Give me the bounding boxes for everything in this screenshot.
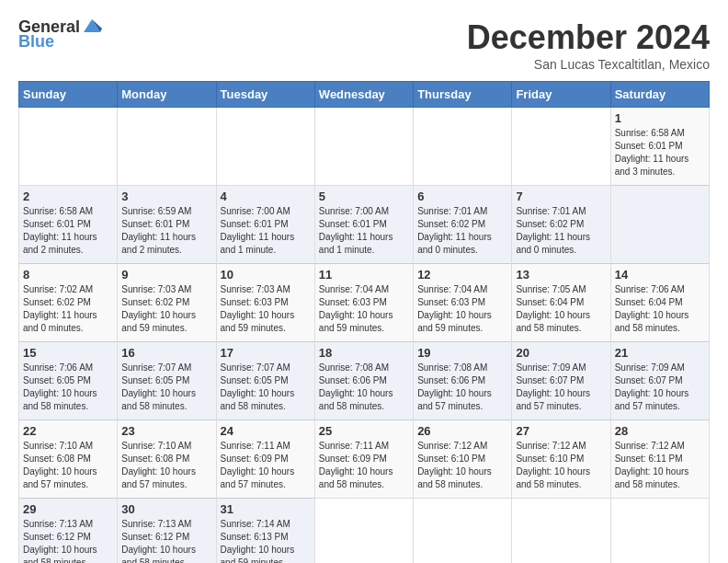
column-header-monday: Monday [118,82,216,108]
calendar-cell: 26Sunrise: 7:12 AMSunset: 6:10 PMDayligh… [414,420,512,499]
logo: General Blue [18,18,102,52]
calendar-week-row: 15Sunrise: 7:06 AMSunset: 6:05 PMDayligh… [19,342,710,420]
location: San Lucas Texcaltitlan, Mexico [467,57,710,72]
empty-cell [414,108,512,186]
calendar-cell: 3Sunrise: 6:59 AMSunset: 6:01 PMDaylight… [118,186,216,264]
calendar-cell: 23Sunrise: 7:10 AMSunset: 6:08 PMDayligh… [118,420,216,499]
calendar-cell: 30Sunrise: 7:13 AMSunset: 6:12 PMDayligh… [118,499,216,564]
page-header: General Blue December 2024 San Lucas Tex… [18,18,710,72]
column-header-sunday: Sunday [19,82,118,108]
calendar-cell: 11Sunrise: 7:04 AMSunset: 6:03 PMDayligh… [314,264,413,342]
calendar-cell: 27Sunrise: 7:12 AMSunset: 6:10 PMDayligh… [512,420,610,499]
calendar-cell: 12Sunrise: 7:04 AMSunset: 6:03 PMDayligh… [414,264,512,342]
calendar-cell: 28Sunrise: 7:12 AMSunset: 6:11 PMDayligh… [610,420,709,499]
calendar-cell: 17Sunrise: 7:07 AMSunset: 6:05 PMDayligh… [216,342,314,420]
calendar-cell: 22Sunrise: 7:10 AMSunset: 6:08 PMDayligh… [19,420,118,499]
empty-cell [314,108,413,186]
title-section: December 2024 San Lucas Texcaltitlan, Me… [467,18,710,72]
calendar-cell: 5Sunrise: 7:00 AMSunset: 6:01 PMDaylight… [314,186,413,264]
calendar-cell: 4Sunrise: 7:00 AMSunset: 6:01 PMDaylight… [216,186,314,264]
calendar-cell: 7Sunrise: 7:01 AMSunset: 6:02 PMDaylight… [512,186,610,264]
column-header-tuesday: Tuesday [216,82,314,108]
calendar-cell: 8Sunrise: 7:02 AMSunset: 6:02 PMDaylight… [19,264,118,342]
calendar-header-row: SundayMondayTuesdayWednesdayThursdayFrid… [19,82,710,108]
calendar-cell-day1: 1Sunrise: 6:58 AMSunset: 6:01 PMDaylight… [610,108,709,186]
calendar-cell: 16Sunrise: 7:07 AMSunset: 6:05 PMDayligh… [118,342,216,420]
calendar-cell: 6Sunrise: 7:01 AMSunset: 6:02 PMDaylight… [414,186,512,264]
month-title: December 2024 [467,18,710,57]
empty-cell [216,108,314,186]
calendar-week-row: 1Sunrise: 6:58 AMSunset: 6:01 PMDaylight… [19,108,710,186]
calendar-cell [512,499,610,564]
logo-blue: Blue [18,33,54,52]
calendar-cell [610,186,709,264]
calendar-cell: 19Sunrise: 7:08 AMSunset: 6:06 PMDayligh… [414,342,512,420]
empty-cell [19,108,118,186]
calendar-cell: 9Sunrise: 7:03 AMSunset: 6:02 PMDaylight… [118,264,216,342]
calendar-cell: 14Sunrise: 7:06 AMSunset: 6:04 PMDayligh… [610,264,709,342]
calendar-week-row: 22Sunrise: 7:10 AMSunset: 6:08 PMDayligh… [19,420,710,499]
calendar-cell [610,499,709,564]
calendar-cell [314,499,413,564]
day-info: Sunrise: 6:58 AMSunset: 6:01 PMDaylight:… [615,127,705,178]
calendar-cell: 13Sunrise: 7:05 AMSunset: 6:04 PMDayligh… [512,264,610,342]
calendar-cell: 29Sunrise: 7:13 AMSunset: 6:12 PMDayligh… [19,499,118,564]
column-header-wednesday: Wednesday [314,82,413,108]
column-header-saturday: Saturday [610,82,709,108]
logo-icon [82,16,102,36]
calendar-cell: 15Sunrise: 7:06 AMSunset: 6:05 PMDayligh… [19,342,118,420]
calendar-cell: 10Sunrise: 7:03 AMSunset: 6:03 PMDayligh… [216,264,314,342]
empty-cell [118,108,216,186]
calendar-cell: 25Sunrise: 7:11 AMSunset: 6:09 PMDayligh… [314,420,413,499]
calendar-week-row: 29Sunrise: 7:13 AMSunset: 6:12 PMDayligh… [19,499,710,564]
calendar-week-row: 2Sunrise: 6:58 AMSunset: 6:01 PMDaylight… [19,186,710,264]
calendar-cell: 24Sunrise: 7:11 AMSunset: 6:09 PMDayligh… [216,420,314,499]
calendar-cell: 2Sunrise: 6:58 AMSunset: 6:01 PMDaylight… [19,186,118,264]
calendar-table: SundayMondayTuesdayWednesdayThursdayFrid… [18,81,710,563]
calendar-week-row: 8Sunrise: 7:02 AMSunset: 6:02 PMDaylight… [19,264,710,342]
calendar-cell: 20Sunrise: 7:09 AMSunset: 6:07 PMDayligh… [512,342,610,420]
column-header-friday: Friday [512,82,610,108]
calendar-cell: 31Sunrise: 7:14 AMSunset: 6:13 PMDayligh… [216,499,314,564]
calendar-cell: 21Sunrise: 7:09 AMSunset: 6:07 PMDayligh… [610,342,709,420]
empty-cell [512,108,610,186]
calendar-cell: 18Sunrise: 7:08 AMSunset: 6:06 PMDayligh… [314,342,413,420]
day-number: 1 [615,111,705,125]
column-header-thursday: Thursday [414,82,512,108]
calendar-cell [414,499,512,564]
